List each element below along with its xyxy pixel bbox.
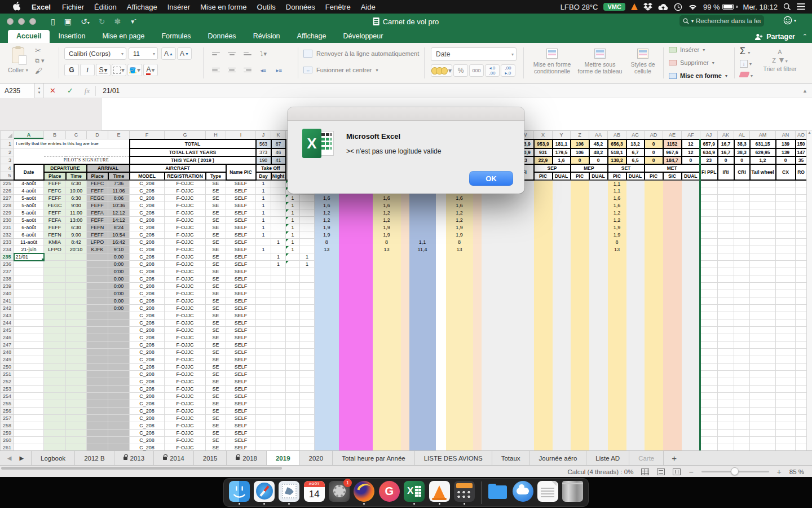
cell-AD251[interactable] bbox=[645, 371, 663, 378]
cell-H5[interactable]: Type bbox=[206, 172, 226, 180]
underline-button[interactable]: S▾ bbox=[96, 64, 111, 76]
cell-AO253[interactable] bbox=[796, 386, 807, 393]
cell-B229[interactable]: FEFF bbox=[44, 209, 66, 217]
cell-AK245[interactable] bbox=[718, 327, 734, 334]
cell-AM256[interactable] bbox=[750, 408, 776, 415]
cell-C257[interactable] bbox=[66, 415, 87, 422]
cell-E244[interactable] bbox=[108, 319, 130, 327]
cell-H239[interactable]: SE bbox=[206, 283, 226, 290]
cell-Q227[interactable] bbox=[401, 195, 409, 202]
sheet-tab-2012-b[interactable]: 2012 B bbox=[75, 451, 114, 465]
dock-google-icon[interactable]: G bbox=[378, 481, 400, 505]
cell-I248[interactable]: SELF bbox=[226, 349, 256, 356]
cell-F259[interactable]: C_208 bbox=[130, 430, 165, 437]
row-header-256[interactable]: 256 bbox=[1, 408, 14, 415]
cell-V238[interactable] bbox=[482, 275, 515, 283]
cell-AB234[interactable]: 13 bbox=[608, 246, 626, 253]
cell-D237[interactable] bbox=[87, 268, 108, 275]
cell-J243[interactable] bbox=[256, 312, 271, 319]
cell-AE251[interactable] bbox=[663, 371, 682, 378]
cell-S245[interactable] bbox=[436, 327, 446, 334]
menu-fen-tre[interactable]: Fenêtre bbox=[320, 3, 356, 11]
cell-E240[interactable]: 0:00 bbox=[108, 290, 130, 297]
cell-Y259[interactable] bbox=[553, 430, 571, 437]
cell-O234[interactable] bbox=[339, 246, 373, 253]
cell-Z258[interactable] bbox=[571, 422, 589, 430]
cell-C249[interactable] bbox=[66, 356, 87, 364]
cell-AB237[interactable] bbox=[608, 268, 626, 275]
cell-AL230[interactable] bbox=[734, 217, 750, 224]
cell-AM260[interactable] bbox=[750, 437, 776, 444]
cell-L240[interactable] bbox=[286, 290, 300, 297]
cell-AK225[interactable] bbox=[718, 180, 734, 187]
cell-I257[interactable]: SELF bbox=[226, 415, 256, 422]
cell-AD236[interactable] bbox=[645, 261, 663, 268]
cell-AJ240[interactable] bbox=[700, 290, 718, 297]
format-painter-icon[interactable]: ✽ bbox=[109, 17, 125, 26]
cell-AM229[interactable] bbox=[750, 209, 776, 217]
cell-AC239[interactable] bbox=[626, 283, 645, 290]
collapse-formula-bar-icon[interactable]: ▲ bbox=[802, 88, 812, 94]
cell-AJ244[interactable] bbox=[700, 319, 718, 327]
cell-G225[interactable]: F-OJJC bbox=[165, 180, 206, 187]
cell-B241[interactable] bbox=[44, 297, 66, 305]
cell-T243[interactable] bbox=[446, 312, 473, 319]
cell-B250[interactable] bbox=[44, 364, 66, 371]
cell-AJ227[interactable] bbox=[700, 195, 718, 202]
cell-Z4[interactable]: MEP bbox=[571, 164, 608, 172]
cell-AO233[interactable] bbox=[796, 239, 807, 246]
cell-AJ2[interactable]: 634,9 bbox=[700, 148, 718, 156]
cell-AK260[interactable] bbox=[718, 437, 734, 444]
font-color-button[interactable]: A▾ bbox=[143, 64, 158, 76]
undo-icon[interactable]: ↺▾ bbox=[76, 17, 94, 26]
cell-O255[interactable] bbox=[339, 400, 373, 408]
cell-R239[interactable] bbox=[409, 283, 436, 290]
cell-X229[interactable] bbox=[534, 209, 553, 217]
cell-AE250[interactable] bbox=[663, 364, 682, 371]
cell-AD227[interactable] bbox=[645, 195, 663, 202]
menu-app-name[interactable]: Excel bbox=[27, 3, 56, 11]
cell-V236[interactable] bbox=[482, 261, 515, 268]
cell-G244[interactable]: F-OJJC bbox=[165, 319, 206, 327]
cell-Q236[interactable] bbox=[401, 261, 409, 268]
cell-A233[interactable]: 11-août bbox=[14, 239, 44, 246]
cell-AL227[interactable] bbox=[734, 195, 750, 202]
cell-F228[interactable]: C_208 bbox=[130, 202, 165, 209]
cell-Z241[interactable] bbox=[571, 297, 589, 305]
row-header-4[interactable]: 4 bbox=[1, 164, 14, 172]
col-header-G[interactable]: G bbox=[165, 131, 206, 139]
cell-L232[interactable]: 1 bbox=[286, 231, 300, 239]
cell-AF241[interactable] bbox=[682, 297, 700, 305]
cell-F233[interactable]: C_208 bbox=[130, 239, 165, 246]
cell-E231[interactable]: 8:24 bbox=[108, 224, 130, 231]
cell-P241[interactable] bbox=[373, 297, 401, 305]
cell-K228[interactable] bbox=[271, 202, 286, 209]
cell-D256[interactable] bbox=[87, 408, 108, 415]
cell-F245[interactable]: C_208 bbox=[130, 327, 165, 334]
cell-A258[interactable] bbox=[14, 422, 44, 430]
cell-AC236[interactable] bbox=[626, 261, 645, 268]
cell-J237[interactable] bbox=[256, 268, 271, 275]
cell-AE1[interactable]: 1152 bbox=[663, 139, 682, 148]
cell-AB250[interactable] bbox=[608, 364, 626, 371]
cell-X5[interactable]: PIC bbox=[534, 172, 553, 180]
cell-J225[interactable]: 1 bbox=[256, 180, 271, 187]
cell-B225[interactable]: FEFF bbox=[44, 180, 66, 187]
cell-O238[interactable] bbox=[339, 275, 373, 283]
cell-V232[interactable] bbox=[482, 231, 515, 239]
cell-AJ229[interactable] bbox=[700, 209, 718, 217]
cell-AL233[interactable] bbox=[734, 239, 750, 246]
cell-AC235[interactable] bbox=[626, 253, 645, 261]
cell-X237[interactable] bbox=[534, 268, 553, 275]
cell-D230[interactable]: FEFF bbox=[87, 217, 108, 224]
customize-toolbar-icon[interactable]: ▼̄ bbox=[125, 19, 140, 25]
feedback-smiley-icon[interactable]: ▾ bbox=[783, 16, 796, 25]
cell-L249[interactable] bbox=[286, 356, 300, 364]
redo-icon[interactable]: ↻ bbox=[94, 17, 110, 26]
cell-A4[interactable]: Date bbox=[14, 164, 44, 180]
cell-H250[interactable]: SE bbox=[206, 364, 226, 371]
cell-Y229[interactable] bbox=[553, 209, 571, 217]
cell-AJ260[interactable] bbox=[700, 437, 718, 444]
cell-Z254[interactable] bbox=[571, 393, 589, 400]
cell-L230[interactable]: 1 bbox=[286, 217, 300, 224]
